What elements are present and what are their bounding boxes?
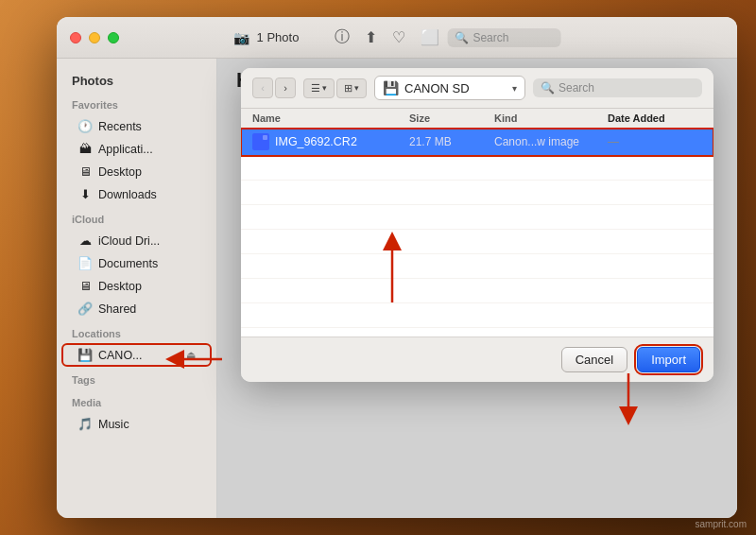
dialog-footer: Cancel Import xyxy=(241,337,713,382)
dialog-overlay: ‹ › ☰ ▾ ⊞ xyxy=(217,59,737,518)
window-title: 1 Photo xyxy=(257,30,300,44)
location-drive-icon: 💾 xyxy=(383,80,399,95)
recents-icon: 🕐 xyxy=(77,119,93,133)
nav-buttons: ‹ › xyxy=(252,78,296,98)
file-name: IMG_9692.CR2 xyxy=(275,135,357,148)
search-bar[interactable]: 🔍 Search xyxy=(447,28,560,47)
documents-label: Documents xyxy=(98,257,158,270)
file-row[interactable]: IMG_9692.CR2 21.7 MB Canon...w image — xyxy=(241,129,713,156)
locations-section-title: Locations xyxy=(57,320,216,343)
sidebar: Photos Favorites 🕐 Recents 🏔 Applicati..… xyxy=(57,59,217,518)
sidebar-item-applications[interactable]: 🏔 Applicati... xyxy=(62,138,211,160)
search-placeholder: Search xyxy=(472,31,508,44)
location-dropdown[interactable]: 💾 CANON SD ▾ xyxy=(374,76,525,100)
music-label: Music xyxy=(98,418,129,431)
col-date-header[interactable]: Date Added xyxy=(608,112,702,124)
maximize-button[interactable] xyxy=(108,32,119,43)
back-icon: ‹ xyxy=(261,82,265,94)
sidebar-item-recents[interactable]: 🕐 Recents xyxy=(62,115,211,137)
favorite-icon[interactable]: ♡ xyxy=(392,28,405,46)
cancel-button[interactable]: Cancel xyxy=(561,347,627,372)
share-icon[interactable]: ⬆ xyxy=(365,28,377,46)
shared-label: Shared xyxy=(98,302,136,316)
desktop-label: Desktop xyxy=(98,165,142,179)
file-date: — xyxy=(608,135,702,148)
app-label: Photos xyxy=(57,68,216,92)
music-icon: 🎵 xyxy=(77,417,93,431)
sidebar-item-music[interactable]: 🎵 Music xyxy=(62,413,211,435)
media-section-title: Media xyxy=(57,389,216,412)
sidebar-item-shared[interactable]: 🔗 Shared xyxy=(62,298,211,319)
icloud-section-title: iCloud xyxy=(57,206,216,229)
location-label: CANON SD xyxy=(404,81,470,95)
desktop2-label: Desktop xyxy=(98,280,142,293)
grid-view-chevron: ▾ xyxy=(354,83,359,93)
documents-icon: 📄 xyxy=(77,256,93,270)
traffic-lights xyxy=(70,32,119,43)
window-body: Photos Favorites 🕐 Recents 🏔 Applicati..… xyxy=(57,59,737,518)
location-chevron-icon: ▾ xyxy=(512,83,517,94)
desktop2-icon: 🖥 xyxy=(77,279,93,293)
canon-sd-icon: 💾 xyxy=(77,348,93,362)
dialog-search-box[interactable]: 🔍 Search xyxy=(533,78,702,97)
downloads-icon: ⬇ xyxy=(77,187,93,201)
forward-icon: › xyxy=(284,82,287,94)
list-view-button[interactable]: ☰ ▾ xyxy=(303,78,335,98)
sidebar-item-icloud-drive[interactable]: ☁ iCloud Dri... xyxy=(62,230,211,251)
sidebar-item-canon-sd[interactable]: 💾 CANO... ⏏ xyxy=(62,344,211,366)
rotate-icon[interactable]: ⬜ xyxy=(421,28,439,46)
shared-icon: 🔗 xyxy=(77,302,93,316)
file-size: 21.7 MB xyxy=(409,135,494,148)
favorites-section-title: Favorites xyxy=(57,92,216,114)
window-icon: 📷 xyxy=(233,30,249,45)
file-name-cell: IMG_9692.CR2 xyxy=(252,133,409,150)
search-icon: 🔍 xyxy=(455,31,469,44)
info-icon[interactable]: ⓘ xyxy=(335,27,350,47)
applications-icon: 🏔 xyxy=(77,142,93,156)
file-list: IMG_9692.CR2 21.7 MB Canon...w image — xyxy=(241,129,713,337)
open-file-dialog: ‹ › ☰ ▾ ⊞ xyxy=(241,68,713,382)
title-bar-controls: ⓘ ⬆ ♡ ⬜ xyxy=(335,27,439,47)
list-view-chevron: ▾ xyxy=(322,83,327,93)
col-size-header[interactable]: Size xyxy=(409,112,494,124)
col-name-header[interactable]: Name xyxy=(252,112,409,124)
title-bar: 📷 1 Photo ⓘ ⬆ ♡ ⬜ 🔍 Search xyxy=(57,17,737,59)
sidebar-item-desktop2[interactable]: 🖥 Desktop xyxy=(62,275,211,297)
col-kind-header[interactable]: Kind xyxy=(494,112,608,124)
forward-button[interactable]: › xyxy=(275,78,296,98)
back-button[interactable]: ‹ xyxy=(252,78,273,98)
file-list-header: Name Size Kind Date Added xyxy=(241,109,713,129)
file-kind: Canon...w image xyxy=(494,135,608,148)
title-bar-center: 📷 1 Photo ⓘ ⬆ ♡ ⬜ 🔍 Search xyxy=(233,27,561,47)
desktop-icon: 🖥 xyxy=(77,164,93,179)
mac-window: 📷 1 Photo ⓘ ⬆ ♡ ⬜ 🔍 Search Photos Favori… xyxy=(57,17,737,518)
view-controls: ☰ ▾ ⊞ ▾ xyxy=(303,78,367,98)
tags-section-title: Tags xyxy=(57,367,216,389)
canon-sd-label: CANO... xyxy=(98,349,143,362)
eject-icon[interactable]: ⏏ xyxy=(186,349,196,361)
empty-rows xyxy=(241,156,713,328)
applications-label: Applicati... xyxy=(98,143,153,156)
close-button[interactable] xyxy=(70,32,81,43)
icloud-drive-label: iCloud Dri... xyxy=(98,234,160,248)
dialog-toolbar: ‹ › ☰ ▾ ⊞ xyxy=(241,68,713,109)
downloads-label: Downloads xyxy=(98,188,157,201)
grid-view-button[interactable]: ⊞ ▾ xyxy=(336,78,367,98)
dialog-search-placeholder: Search xyxy=(558,81,594,95)
sidebar-item-documents[interactable]: 📄 Documents xyxy=(62,252,211,274)
import-button[interactable]: Import xyxy=(637,347,700,372)
grid-view-icon: ⊞ xyxy=(344,82,352,95)
sidebar-item-desktop[interactable]: 🖥 Desktop xyxy=(62,161,211,182)
list-view-icon: ☰ xyxy=(311,82,320,95)
watermark: samprit.com xyxy=(696,519,747,529)
minimize-button[interactable] xyxy=(89,32,100,43)
file-thumbnail xyxy=(252,133,269,150)
icloud-drive-icon: ☁ xyxy=(77,233,93,248)
dialog-search-icon: 🔍 xyxy=(541,81,555,95)
sidebar-item-downloads[interactable]: ⬇ Downloads xyxy=(62,183,211,205)
main-content: Hidden ‹ › xyxy=(217,59,737,518)
recents-label: Recents xyxy=(98,120,142,133)
